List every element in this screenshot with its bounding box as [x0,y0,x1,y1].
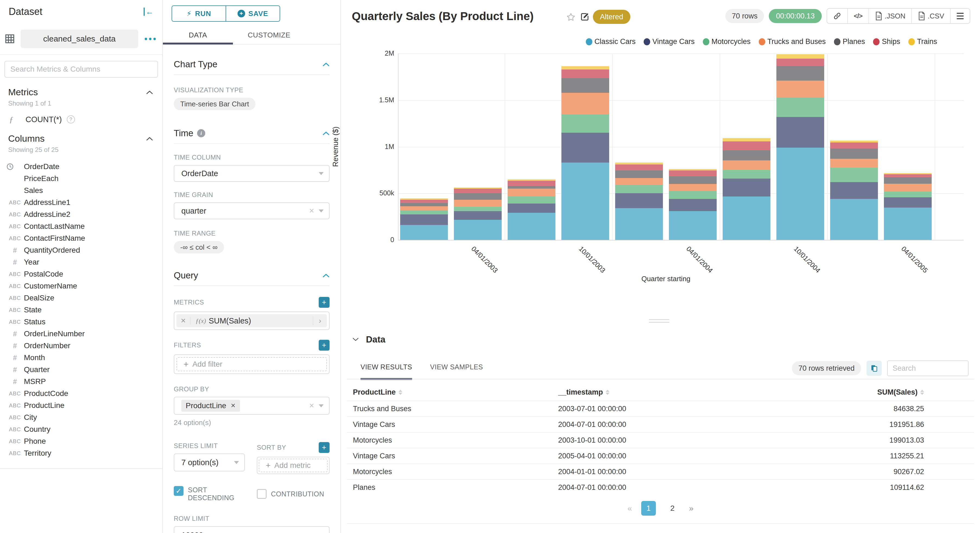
bar-segment-ships[interactable] [400,200,448,203]
metric-item[interactable]: ƒ COUNT(*) ? [9,115,162,124]
bar-2004-01-01[interactable] [615,162,663,240]
metrics-collapse-icon[interactable] [146,90,153,94]
bar-segment-ships[interactable] [830,143,878,148]
bar-segment-trucks-and-buses[interactable] [776,81,824,98]
bar-segment-trains[interactable] [776,54,824,58]
bar-segment-ships[interactable] [776,59,824,66]
sort-header-sum-sales-[interactable]: SUM(Sales) [877,388,924,396]
series-limit-select[interactable]: 7 option(s) [174,453,245,471]
bar-2005-01-01[interactable] [830,141,878,240]
bar-segment-ships[interactable] [669,170,717,177]
bar-segment-vintage-cars[interactable] [615,193,663,208]
bar-segment-motorcycles[interactable] [884,192,932,197]
bar-segment-vintage-cars[interactable] [723,178,770,196]
column-item-ordernumber[interactable]: #OrderNumber [0,340,162,352]
bar-segment-vintage-cars[interactable] [508,204,555,213]
bar-segment-trucks-and-buses[interactable] [562,93,609,114]
column-item-msrp[interactable]: #MSRP [0,375,162,388]
column-item-phone[interactable]: ABCPhone [0,435,162,447]
bar-segment-trains[interactable] [562,66,609,70]
bar-segment-classic-cars[interactable] [669,211,717,240]
bar-segment-planes[interactable] [400,203,448,206]
bar-2003-07-01[interactable] [508,180,555,240]
bar-segment-ships[interactable] [884,174,932,177]
column-item-priceeach[interactable]: PriceEach [0,173,162,185]
column-item-year[interactable]: #Year [0,256,162,268]
column-item-contactfirstname[interactable]: ABCContactFirstName [0,232,162,244]
bar-segment-ships[interactable] [508,181,555,186]
expand-metric-icon[interactable]: › [313,317,327,325]
bar-segment-classic-cars[interactable] [454,220,502,240]
bar-segment-trucks-and-buses[interactable] [400,206,448,210]
bar-segment-motorcycles[interactable] [723,170,770,179]
bar-segment-classic-cars[interactable] [830,199,878,240]
column-item-postalcode[interactable]: ABCPostalCode [0,268,162,280]
bar-segment-motorcycles[interactable] [615,185,663,193]
bar-segment-motorcycles[interactable] [400,211,448,215]
bar-segment-vintage-cars[interactable] [454,211,502,220]
pagination-page-2[interactable]: 2 [665,501,680,515]
bar-segment-vintage-cars[interactable] [669,199,717,211]
search-metrics-columns-input[interactable] [10,65,152,73]
contribution-checkbox[interactable] [257,489,267,499]
column-item-month[interactable]: #Month [0,352,162,364]
sort-header-productline[interactable]: ProductLine [353,388,402,396]
remove-metric-icon[interactable]: ✕ [177,317,191,325]
bar-segment-trains[interactable] [723,138,770,142]
bar-segment-ships[interactable] [723,142,770,150]
bar-segment-classic-cars[interactable] [562,162,609,240]
group-by-chip[interactable]: ProductLine✕ [181,400,240,412]
bar-segment-trucks-and-buses[interactable] [508,189,555,196]
bar-segment-vintage-cars[interactable] [776,117,824,148]
bar-2003-04-01[interactable] [454,188,502,240]
chevron-up-icon[interactable] [323,130,329,137]
bar-segment-planes[interactable] [830,148,878,159]
chevron-up-icon[interactable] [323,272,329,279]
dataset-menu-button[interactable] [143,38,158,40]
column-item-country[interactable]: ABCCountry [0,423,162,435]
time-column-select[interactable]: OrderDate [174,165,329,182]
bar-segment-planes[interactable] [508,186,555,189]
bar-segment-trucks-and-buses[interactable] [884,184,932,192]
pagination-prev[interactable]: « [627,504,632,513]
bar-2004-10-01[interactable] [776,54,824,240]
bar-segment-ships[interactable] [615,164,663,170]
bar-segment-motorcycles[interactable] [454,207,502,211]
bar-segment-motorcycles[interactable] [776,98,824,117]
bar-segment-classic-cars[interactable] [723,196,770,240]
results-search-input[interactable] [892,364,963,372]
data-section-toggle[interactable]: Data [352,334,385,345]
bar-segment-classic-cars[interactable] [776,148,824,240]
column-item-addressline2[interactable]: ABCAddressLine2 [0,208,162,220]
bar-segment-classic-cars[interactable] [400,225,448,240]
bar-2005-04-01[interactable] [884,173,932,240]
pagination-next[interactable]: » [689,504,694,513]
add-filter-button[interactable]: + [319,340,329,351]
copy-data-button[interactable] [867,361,882,376]
bar-2003-10-01[interactable] [562,66,609,240]
bar-segment-planes[interactable] [562,78,609,92]
bar-segment-ships[interactable] [562,70,609,78]
run-button[interactable]: ⚡RUN [172,6,226,21]
column-item-city[interactable]: ABCCity [0,411,162,423]
bar-2004-04-01[interactable] [669,169,717,240]
add-metric-button[interactable]: + [319,297,329,308]
bar-segment-motorcycles[interactable] [669,191,717,199]
remove-chip-icon[interactable]: ✕ [231,402,235,409]
column-item-addressline1[interactable]: ABCAddressLine1 [0,196,162,208]
bar-segment-trucks-and-buses[interactable] [615,178,663,185]
panel-resize-handle[interactable] [649,319,670,325]
bar-segment-classic-cars[interactable] [884,208,932,240]
bar-segment-planes[interactable] [884,177,932,184]
bar-segment-motorcycles[interactable] [508,196,555,204]
column-item-territory[interactable]: ABCTerritory [0,447,162,459]
column-item-quantityordered[interactable]: #QuantityOrdered [0,244,162,256]
bar-segment-motorcycles[interactable] [830,168,878,182]
bar-2004-07-01[interactable] [723,138,770,240]
visualization-type-pill[interactable]: Time-series Bar Chart [174,98,255,110]
column-item-orderdate[interactable]: OrderDate [0,161,162,173]
bar-segment-vintage-cars[interactable] [400,215,448,225]
bar-segment-trucks-and-buses[interactable] [830,159,878,168]
bar-segment-trains[interactable] [830,141,878,143]
column-item-status[interactable]: ABCStatus [0,316,162,328]
